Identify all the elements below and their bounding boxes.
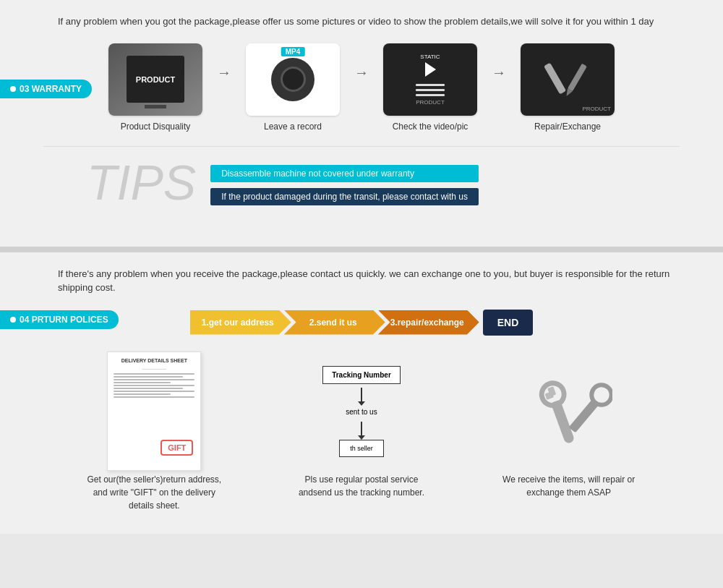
arrow-3: → xyxy=(492,64,506,81)
tracking-arrow-2 xyxy=(361,422,362,436)
video-line-2 xyxy=(416,89,445,91)
warranty-process-row: PRODUCT Product Disquality → MP4 xyxy=(43,43,680,132)
return-item-tracking: Tracking Number sent to us th seller xyxy=(289,357,434,499)
video-text-static: STATIC xyxy=(420,54,440,60)
gift-badge: GIFT xyxy=(161,440,193,456)
step-1-box: 1.get our address xyxy=(190,310,291,335)
tracking-seller-box: th seller xyxy=(339,440,384,457)
process-item-product: PRODUCT Product Disquality xyxy=(101,43,210,132)
warranty-label: 03 WARRANTY xyxy=(0,80,92,98)
video-play xyxy=(425,62,436,77)
step-3-box: 3.repair/exchange xyxy=(385,310,479,335)
mp4-badge: MP4 xyxy=(281,47,305,56)
step-3-label: 3.repair/exchange xyxy=(378,310,479,335)
return-item-label-tools: We receive the items, will repair or exc… xyxy=(497,473,641,499)
step-2-label: 2.send it us xyxy=(284,310,385,335)
video-line-1 xyxy=(416,84,445,86)
step-end: END xyxy=(483,310,534,336)
tips-word: TIPS xyxy=(87,158,196,207)
mp4-icon: MP4 xyxy=(246,43,340,116)
warranty-intro: If any problem when you got the package,… xyxy=(43,14,680,29)
warranty-section: If any problem when you got the package,… xyxy=(0,0,723,247)
arrow-1: → xyxy=(217,64,231,81)
mp4-lens xyxy=(281,67,306,92)
delivery-icon-area: DELIVERY DETAILS SHEET ____________ xyxy=(89,357,219,466)
return-intro: If there's any problem when you receive … xyxy=(43,267,680,295)
section-divider xyxy=(0,247,723,252)
repair-icon: PRODUCT xyxy=(521,43,615,116)
return-steps: 1.get our address 2.send it us 3.repair/… xyxy=(43,310,680,336)
process-label-product: Product Disquality xyxy=(121,122,191,132)
return-items: DELIVERY DETAILS SHEET ____________ xyxy=(43,357,680,512)
tracking-icon-area: Tracking Number sent to us th seller xyxy=(296,357,427,466)
video-icon: STATIC PRODUCT xyxy=(383,43,477,116)
sheet-lines xyxy=(114,373,194,398)
sheet-line-6 xyxy=(114,388,182,389)
video-product-text: PRODUCT xyxy=(416,99,445,106)
sheet-title: DELIVERY DETAILS SHEET xyxy=(114,358,194,363)
svg-rect-1 xyxy=(568,63,587,91)
tracking-arrow xyxy=(361,388,362,402)
delivery-sheet-icon: DELIVERY DETAILS SHEET ____________ xyxy=(107,351,201,471)
sheet-line-2 xyxy=(114,376,182,378)
tracking-number-box: Tracking Number xyxy=(322,366,401,384)
warranty-dot xyxy=(10,86,16,92)
product-icon: PRODUCT xyxy=(108,43,202,116)
return-item-tools: We receive the items, will repair or exc… xyxy=(497,357,641,499)
return-item-label-tracking: Pls use regular postal service andsend u… xyxy=(289,473,434,499)
tracking-sent-text: sent to us xyxy=(346,408,377,416)
return-label-text: 04 PRTURN POLICES xyxy=(20,315,108,325)
tracking-seller-label: th seller xyxy=(350,445,373,452)
sheet-line-8 xyxy=(114,393,170,395)
tools-icon-area xyxy=(504,357,634,466)
sheet-line-4 xyxy=(114,382,170,383)
sheet-line-5 xyxy=(114,385,194,386)
process-label-video: Check the video/pic xyxy=(393,122,469,132)
svg-rect-9 xyxy=(568,399,599,433)
video-lines xyxy=(416,84,445,96)
video-line-3 xyxy=(416,94,445,96)
page-wrapper: If any problem when you got the package,… xyxy=(0,0,723,534)
return-dot xyxy=(10,317,16,323)
arrow-2: → xyxy=(354,64,369,81)
step-1-label: 1.get our address xyxy=(190,310,291,335)
sheet-subtitle: ____________ xyxy=(114,365,194,370)
tools-svg-icon xyxy=(526,368,612,455)
tip-note-2: If the product damaged during the transi… xyxy=(210,188,479,205)
repair-svg xyxy=(539,51,596,108)
tips-notes: Disassemble machine not covered under wa… xyxy=(210,158,479,205)
process-label-mp4: Leave a record xyxy=(264,122,322,132)
return-item-delivery: DELIVERY DETAILS SHEET ____________ xyxy=(82,357,226,512)
svg-rect-0 xyxy=(544,62,566,94)
product-screen: PRODUCT xyxy=(127,56,184,103)
return-section: If there's any problem when you receive … xyxy=(0,252,723,534)
tip-note-1: Disassemble machine not covered under wa… xyxy=(210,165,479,182)
tracking-arrow-container xyxy=(361,388,362,402)
warranty-label-text: 03 WARRANTY xyxy=(20,84,82,94)
tips-section: TIPS Disassemble machine not covered und… xyxy=(43,146,680,225)
return-label: 04 PRTURN POLICES xyxy=(0,310,119,329)
tracking-number-label: Tracking Number xyxy=(332,371,391,379)
process-item-mp4: MP4 Leave a record xyxy=(239,43,347,132)
tracking-arrow-container-2 xyxy=(361,422,362,436)
mp4-camera xyxy=(271,58,315,101)
process-label-repair: Repair/Exchange xyxy=(534,122,601,132)
process-item-video: STATIC PRODUCT Check the video/pic xyxy=(376,43,484,132)
step-2-box: 2.send it us xyxy=(291,310,385,335)
sheet-line-3 xyxy=(114,379,194,380)
return-item-label-delivery: Get our(the seller's)return address, and… xyxy=(82,473,226,512)
sheet-line-1 xyxy=(114,373,194,375)
sheet-line-7 xyxy=(114,391,194,392)
process-item-repair: PRODUCT Repair/Exchange xyxy=(513,43,622,132)
tracking-box: Tracking Number sent to us th seller xyxy=(322,366,401,457)
product-text-repair: PRODUCT xyxy=(582,106,611,112)
sheet-line-9 xyxy=(114,396,194,398)
